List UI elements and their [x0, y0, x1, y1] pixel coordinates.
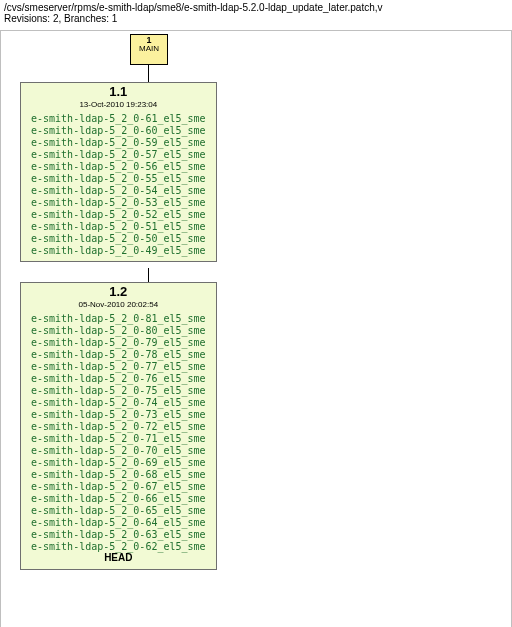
- branch-main-node[interactable]: 1 MAIN: [130, 34, 168, 65]
- tag-entry: e-smith-ldap-5_2_0-61_el5_sme: [31, 113, 206, 125]
- tag-entry: e-smith-ldap-5_2_0-57_el5_sme: [31, 149, 206, 161]
- tag-entry: e-smith-ldap-5_2_0-66_el5_sme: [31, 493, 206, 505]
- tag-entry: e-smith-ldap-5_2_0-60_el5_sme: [31, 125, 206, 137]
- tag-entry: e-smith-ldap-5_2_0-73_el5_sme: [31, 409, 206, 421]
- tag-entry: e-smith-ldap-5_2_0-80_el5_sme: [31, 325, 206, 337]
- tag-entry: e-smith-ldap-5_2_0-77_el5_sme: [31, 361, 206, 373]
- revision-node-1-2[interactable]: 1.2 05-Nov-2010 20:02:54 e-smith-ldap-5_…: [20, 282, 217, 570]
- tag-entry: e-smith-ldap-5_2_0-78_el5_sme: [31, 349, 206, 361]
- tag-entry: e-smith-ldap-5_2_0-64_el5_sme: [31, 517, 206, 529]
- tag-entry: e-smith-ldap-5_2_0-50_el5_sme: [31, 233, 206, 245]
- tag-entry: e-smith-ldap-5_2_0-59_el5_sme: [31, 137, 206, 149]
- tag-entry: e-smith-ldap-5_2_0-51_el5_sme: [31, 221, 206, 233]
- revision-summary: Revisions: 2, Branches: 1: [0, 13, 512, 30]
- tag-entry: e-smith-ldap-5_2_0-74_el5_sme: [31, 397, 206, 409]
- connector-line: [148, 64, 149, 82]
- revision-number: 1.1: [31, 86, 206, 98]
- tag-entry: e-smith-ldap-5_2_0-68_el5_sme: [31, 469, 206, 481]
- revision-number: 1.2: [31, 286, 206, 298]
- head-label: HEAD: [21, 552, 216, 564]
- tag-entry: e-smith-ldap-5_2_0-63_el5_sme: [31, 529, 206, 541]
- revision-date: 05-Nov-2010 20:02:54: [31, 299, 206, 311]
- tag-list: e-smith-ldap-5_2_0-61_el5_smee-smith-lda…: [31, 113, 206, 257]
- revision-date: 13-Oct-2010 19:23:04: [31, 99, 206, 111]
- tag-entry: e-smith-ldap-5_2_0-79_el5_sme: [31, 337, 206, 349]
- tag-entry: e-smith-ldap-5_2_0-65_el5_sme: [31, 505, 206, 517]
- tag-entry: e-smith-ldap-5_2_0-72_el5_sme: [31, 421, 206, 433]
- connector-line: [148, 268, 149, 282]
- revision-node-1-1[interactable]: 1.1 13-Oct-2010 19:23:04 e-smith-ldap-5_…: [20, 82, 217, 262]
- tag-entry: e-smith-ldap-5_2_0-75_el5_sme: [31, 385, 206, 397]
- tag-entry: e-smith-ldap-5_2_0-67_el5_sme: [31, 481, 206, 493]
- tag-entry: e-smith-ldap-5_2_0-69_el5_sme: [31, 457, 206, 469]
- branch-label: MAIN: [131, 45, 167, 54]
- tag-entry: e-smith-ldap-5_2_0-52_el5_sme: [31, 209, 206, 221]
- tag-entry: e-smith-ldap-5_2_0-53_el5_sme: [31, 197, 206, 209]
- tag-entry: e-smith-ldap-5_2_0-81_el5_sme: [31, 313, 206, 325]
- tag-entry: e-smith-ldap-5_2_0-55_el5_sme: [31, 173, 206, 185]
- tag-entry: e-smith-ldap-5_2_0-49_el5_sme: [31, 245, 206, 257]
- revision-graph: 1 MAIN 1.1 13-Oct-2010 19:23:04 e-smith-…: [0, 30, 512, 627]
- tag-list: e-smith-ldap-5_2_0-81_el5_smee-smith-lda…: [31, 313, 206, 553]
- tag-entry: e-smith-ldap-5_2_0-71_el5_sme: [31, 433, 206, 445]
- tag-entry: e-smith-ldap-5_2_0-54_el5_sme: [31, 185, 206, 197]
- repo-path: /cvs/smeserver/rpms/e-smith-ldap/sme8/e-…: [0, 0, 512, 13]
- tag-entry: e-smith-ldap-5_2_0-56_el5_sme: [31, 161, 206, 173]
- tag-entry: e-smith-ldap-5_2_0-76_el5_sme: [31, 373, 206, 385]
- tag-entry: e-smith-ldap-5_2_0-70_el5_sme: [31, 445, 206, 457]
